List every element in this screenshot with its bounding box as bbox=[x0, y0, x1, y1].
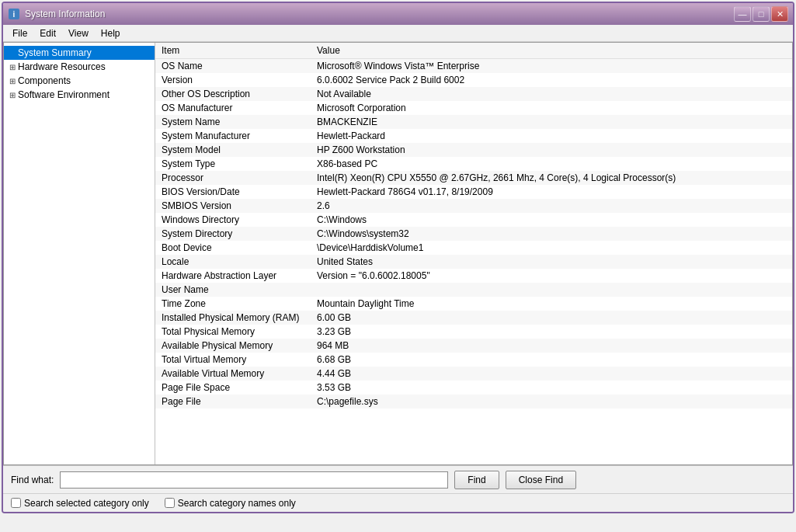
table-row: Version6.0.6002 Service Pack 2 Build 600… bbox=[155, 73, 792, 87]
table-cell-item: OS Manufacturer bbox=[155, 101, 311, 115]
table-cell-value: BMACKENZIE bbox=[311, 115, 792, 129]
table-row: System TypeX86-based PC bbox=[155, 157, 792, 171]
expand-icon-software-environment: ⊞ bbox=[7, 91, 18, 99]
table-cell-value: Microsoft® Windows Vista™ Enterprise bbox=[311, 59, 792, 74]
table-cell-item: Total Virtual Memory bbox=[155, 353, 311, 367]
minimize-button[interactable]: — bbox=[734, 6, 751, 22]
table-cell-value: 6.68 GB bbox=[311, 353, 792, 367]
expand-icon-components: ⊞ bbox=[7, 77, 18, 85]
table-row: LocaleUnited States bbox=[155, 255, 792, 269]
application-window: i System Information — □ ✕ File Edit Vie… bbox=[2, 2, 794, 513]
table-cell-item: Total Physical Memory bbox=[155, 325, 311, 339]
table-cell-value: 4.44 GB bbox=[311, 367, 792, 381]
find-input[interactable] bbox=[60, 471, 448, 489]
sidebar-item-software-environment[interactable]: ⊞ Software Environment bbox=[4, 88, 155, 102]
table-cell-value: C:\pagefile.sys bbox=[311, 395, 792, 409]
window-title: System Information bbox=[25, 9, 105, 19]
menu-edit[interactable]: Edit bbox=[33, 26, 62, 40]
table-row: OS NameMicrosoft® Windows Vista™ Enterpr… bbox=[155, 59, 792, 74]
table-cell-value: Intel(R) Xeon(R) CPU X5550 @ 2.67GHz, 26… bbox=[311, 171, 792, 185]
sidebar-label-components: Components bbox=[18, 75, 71, 86]
table-cell-value: 2.6 bbox=[311, 199, 792, 213]
table-row: Boot Device\Device\HarddiskVolume1 bbox=[155, 241, 792, 255]
table-row: ProcessorIntel(R) Xeon(R) CPU X5550 @ 2.… bbox=[155, 171, 792, 185]
col-header-value: Value bbox=[311, 43, 792, 59]
table-row: BIOS Version/DateHewlett-Packard 786G4 v… bbox=[155, 185, 792, 199]
info-table: Item Value OS NameMicrosoft® Windows Vis… bbox=[155, 43, 792, 409]
table-row: Available Physical Memory964 MB bbox=[155, 339, 792, 353]
search-names-checkbox[interactable] bbox=[165, 498, 175, 508]
table-row: Installed Physical Memory (RAM)6.00 GB bbox=[155, 311, 792, 325]
table-row: System ModelHP Z600 Workstation bbox=[155, 143, 792, 157]
table-cell-item: Time Zone bbox=[155, 297, 311, 311]
menu-help[interactable]: Help bbox=[95, 26, 127, 40]
search-names-label: Search category names only bbox=[165, 498, 296, 509]
table-cell-item: System Model bbox=[155, 143, 311, 157]
close-button[interactable]: ✕ bbox=[771, 6, 788, 22]
table-cell-value bbox=[311, 283, 792, 297]
table-cell-item: Available Virtual Memory bbox=[155, 367, 311, 381]
table-cell-item: User Name bbox=[155, 283, 311, 297]
table-row: Page File Space3.53 GB bbox=[155, 381, 792, 395]
search-names-text: Search category names only bbox=[178, 498, 296, 509]
table-cell-item: Processor bbox=[155, 171, 311, 185]
table-cell-value: Microsoft Corporation bbox=[311, 101, 792, 115]
window-controls: — □ ✕ bbox=[734, 6, 788, 22]
app-icon: i bbox=[8, 8, 20, 20]
sidebar-item-system-summary[interactable]: System Summary bbox=[4, 46, 155, 60]
table-cell-value: 3.53 GB bbox=[311, 381, 792, 395]
table-cell-value: Hewlett-Packard 786G4 v01.17, 8/19/2009 bbox=[311, 185, 792, 199]
table-row: Total Virtual Memory6.68 GB bbox=[155, 353, 792, 367]
right-panel: Item Value OS NameMicrosoft® Windows Vis… bbox=[155, 43, 792, 464]
maximize-button[interactable]: □ bbox=[753, 6, 770, 22]
table-cell-value: HP Z600 Workstation bbox=[311, 143, 792, 157]
sidebar-label-system-summary: System Summary bbox=[18, 47, 92, 58]
table-cell-item: Page File Space bbox=[155, 381, 311, 395]
main-container: System Summary ⊞ Hardware Resources ⊞ Co… bbox=[3, 42, 793, 465]
sidebar-item-components[interactable]: ⊞ Components bbox=[4, 74, 155, 88]
expand-icon-system-summary bbox=[7, 49, 18, 57]
menu-view[interactable]: View bbox=[62, 26, 95, 40]
col-header-item: Item bbox=[155, 43, 311, 59]
table-row: System DirectoryC:\Windows\system32 bbox=[155, 227, 792, 241]
table-cell-value: Mountain Daylight Time bbox=[311, 297, 792, 311]
table-cell-item: Hardware Abstraction Layer bbox=[155, 269, 311, 283]
table-cell-value: C:\Windows\system32 bbox=[311, 227, 792, 241]
table-row: User Name bbox=[155, 283, 792, 297]
table-cell-item: Locale bbox=[155, 255, 311, 269]
table-row: Other OS DescriptionNot Available bbox=[155, 87, 792, 101]
table-cell-value: X86-based PC bbox=[311, 157, 792, 171]
menu-bar: File Edit View Help bbox=[3, 25, 793, 42]
sidebar-label-software-environment: Software Environment bbox=[18, 89, 109, 100]
menu-file[interactable]: File bbox=[6, 26, 33, 40]
table-cell-item: Installed Physical Memory (RAM) bbox=[155, 311, 311, 325]
table-row: Total Physical Memory3.23 GB bbox=[155, 325, 792, 339]
find-button[interactable]: Find bbox=[454, 471, 499, 489]
sidebar-item-hardware-resources[interactable]: ⊞ Hardware Resources bbox=[4, 60, 155, 74]
left-panel: System Summary ⊞ Hardware Resources ⊞ Co… bbox=[4, 43, 155, 464]
table-cell-item: System Manufacturer bbox=[155, 129, 311, 143]
table-cell-item: BIOS Version/Date bbox=[155, 185, 311, 199]
table-row: Available Virtual Memory4.44 GB bbox=[155, 367, 792, 381]
table-cell-value: 3.23 GB bbox=[311, 325, 792, 339]
table-cell-item: Available Physical Memory bbox=[155, 339, 311, 353]
title-bar: i System Information — □ ✕ bbox=[3, 3, 793, 25]
table-row: OS ManufacturerMicrosoft Corporation bbox=[155, 101, 792, 115]
table-cell-value: 6.00 GB bbox=[311, 311, 792, 325]
table-cell-item: Version bbox=[155, 73, 311, 87]
table-cell-value: \Device\HarddiskVolume1 bbox=[311, 241, 792, 255]
table-cell-item: Boot Device bbox=[155, 241, 311, 255]
svg-text:i: i bbox=[13, 10, 16, 19]
table-cell-value: Version = "6.0.6002.18005" bbox=[311, 269, 792, 283]
table-cell-item: SMBIOS Version bbox=[155, 199, 311, 213]
checkbox-bar: Search selected category only Search cat… bbox=[3, 493, 793, 512]
table-cell-item: OS Name bbox=[155, 59, 311, 74]
table-cell-item: System Name bbox=[155, 115, 311, 129]
table-row: Windows DirectoryC:\Windows bbox=[155, 213, 792, 227]
table-row: Hardware Abstraction LayerVersion = "6.0… bbox=[155, 269, 792, 283]
table-cell-value: United States bbox=[311, 255, 792, 269]
search-selected-text: Search selected category only bbox=[24, 498, 149, 509]
close-find-button[interactable]: Close Find bbox=[506, 471, 576, 489]
table-row: System ManufacturerHewlett-Packard bbox=[155, 129, 792, 143]
search-selected-checkbox[interactable] bbox=[11, 498, 21, 508]
